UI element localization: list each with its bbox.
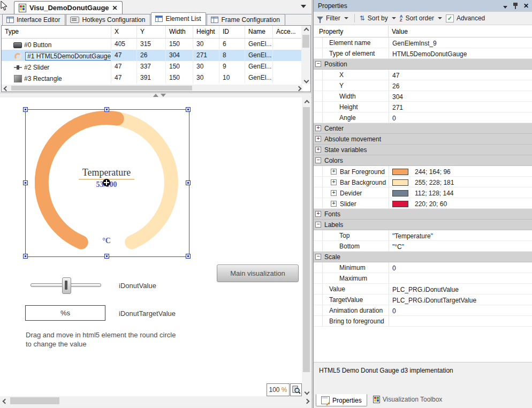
property-row-devider[interactable]: +Devider112; 128; 144 [314,187,532,198]
tab-hotkeys-configuration[interactable]: Hotkeys Configuration [66,14,150,25]
tab-interface-editor[interactable]: Interface Editor [2,14,65,25]
pin-icon[interactable] [513,2,518,10]
hscroll-thumb[interactable] [11,86,192,90]
table-row[interactable]: #0 Button405315150306GenEl... [2,39,310,50]
property-value[interactable] [389,273,532,283]
expand-icon[interactable]: + [315,211,321,217]
tab-visu-demodonutgauge[interactable]: Visu_DemoDonutGauge ✕ [14,1,123,14]
element-list-hscrollbar[interactable] [2,85,302,92]
column-header-name[interactable]: Name [245,26,273,38]
selection-handle[interactable] [104,107,109,112]
property-value[interactable]: "°C" [389,241,532,251]
property-row-slider[interactable]: +Slider220; 20; 60 [314,198,532,209]
selection-handle[interactable] [186,107,191,112]
property-row-x[interactable]: X47 [314,70,532,80]
group-row-scale[interactable]: −Scale [314,252,532,262]
expand-icon[interactable]: + [331,190,337,196]
element-type-cell[interactable]: #0 Button [2,39,111,50]
scroll-down-icon[interactable] [305,390,308,394]
expand-icon[interactable]: + [315,136,321,142]
property-row-type-of-element[interactable]: Type of elementHTML5DemoDonutGauge [314,48,532,59]
property-row-bottom[interactable]: Bottom"°C" [314,241,532,252]
expand-icon[interactable]: + [315,147,321,153]
property-row-height[interactable]: Height271 [314,102,532,112]
tab-list-dropdown-icon[interactable] [301,5,306,8]
expand-icon[interactable]: + [331,201,337,207]
group-row-fonts[interactable]: +Fonts [314,209,532,220]
scroll-right-icon[interactable] [297,86,300,90]
selection-handle[interactable] [23,180,28,185]
property-value[interactable]: "Temperature" [389,230,532,240]
column-header-width[interactable]: Width [166,26,193,38]
hscroll-thumb[interactable] [10,397,59,404]
zoom-level-box[interactable]: 100 % [267,383,290,396]
selection-handle[interactable] [104,254,109,259]
group-row-labels[interactable]: −Labels [314,220,532,230]
property-row-maximum[interactable]: Maximum [314,273,532,284]
expand-icon[interactable]: + [331,169,337,175]
scroll-left-icon[interactable] [3,399,6,403]
property-row-element-name[interactable]: Element nameGenElemInst_9 [314,37,532,48]
filter-button[interactable]: Filter [326,14,340,22]
scroll-right-icon[interactable] [305,399,308,403]
collapse-icon[interactable]: − [315,61,321,67]
panel-menu-icon[interactable] [503,6,507,9]
visualization-canvas[interactable]: Temperature 53/100 °C iDonutValue %s iDo… [0,97,302,396]
color-swatch[interactable] [392,190,408,197]
column-header-y[interactable]: Y [137,26,166,38]
element-type-cell[interactable]: #3 Rectangle [2,72,111,84]
property-value[interactable]: 26 [389,80,532,90]
scroll-down-icon[interactable] [304,78,308,82]
tab-element-list[interactable]: Element List [151,12,206,25]
table-row[interactable]: #2 Slider47337150309GenEl... [2,61,310,72]
sort-by-button[interactable]: Sort by [368,14,388,22]
property-value[interactable]: HTML5DemoDonutGauge [389,48,532,58]
scroll-up-icon[interactable] [304,28,308,32]
canvas-vscrollbar[interactable] [302,97,311,396]
expand-icon[interactable]: + [315,125,321,131]
property-value[interactable]: GenElemInst_9 [389,37,532,48]
collapse-icon[interactable]: − [315,254,321,260]
property-value[interactable]: 244; 164; 96 [389,166,532,176]
advanced-checkbox[interactable]: ✓ [446,14,454,22]
color-swatch[interactable] [392,179,408,186]
scroll-up-icon[interactable] [305,100,308,104]
tab-frame-configuration[interactable]: Frame Configuration [207,14,285,25]
property-value[interactable]: 0 [389,305,532,315]
vscroll-thumb[interactable] [302,35,309,48]
element-type-cell[interactable]: #2 Slider [2,61,111,72]
property-row-minimum[interactable]: Minimum0 [314,262,532,273]
close-panel-icon[interactable]: ✕ [523,2,529,10]
selection-handle[interactable] [23,107,28,112]
splitter-up-icon[interactable] [153,94,158,97]
slider-handle[interactable] [62,277,71,294]
property-row-animation-duration[interactable]: Animation duration0 [314,305,532,316]
sort-order-button[interactable]: Sort order [406,14,434,22]
column-header-x[interactable]: X [111,26,137,38]
column-header-type[interactable]: Type [2,26,111,38]
sort-order-dropdown-icon[interactable] [438,17,442,19]
table-row[interactable]: #3 Rectangle473911503010GenEl... [2,72,310,84]
selection-rectangle[interactable] [25,109,189,257]
filter-dropdown-icon[interactable] [344,17,348,19]
property-row-value[interactable]: ValuePLC_PRG.iDonutValue [314,284,532,294]
selection-handle[interactable] [186,180,191,185]
property-row-bar-background[interactable]: +Bar Background255; 228; 181 [314,177,532,187]
color-swatch[interactable] [392,169,408,175]
group-row-absolute-movement[interactable]: +Absolute movement [314,134,532,145]
property-row-y[interactable]: Y26 [314,80,532,91]
element-type-cell[interactable]: #1 HTML5DemoDonutGauge [2,50,111,61]
property-row-top[interactable]: Top"Temperature" [314,230,532,241]
main-visualization-button[interactable]: Main visualization [217,265,299,282]
property-value[interactable]: 47 [389,70,532,80]
property-row-bar-foreground[interactable]: +Bar Foreground244; 164; 96 [314,166,532,177]
target-value-field[interactable]: %s [25,305,105,321]
group-row-center[interactable]: +Center [314,123,532,134]
selection-handle[interactable] [186,254,191,259]
property-value[interactable]: 112; 128; 144 [389,187,532,198]
column-header-id[interactable]: ID [219,26,245,38]
collapse-icon[interactable]: − [315,222,321,228]
selection-handle[interactable] [23,254,28,259]
property-value[interactable]: 271 [389,102,532,112]
column-header-height[interactable]: Height [193,26,219,38]
